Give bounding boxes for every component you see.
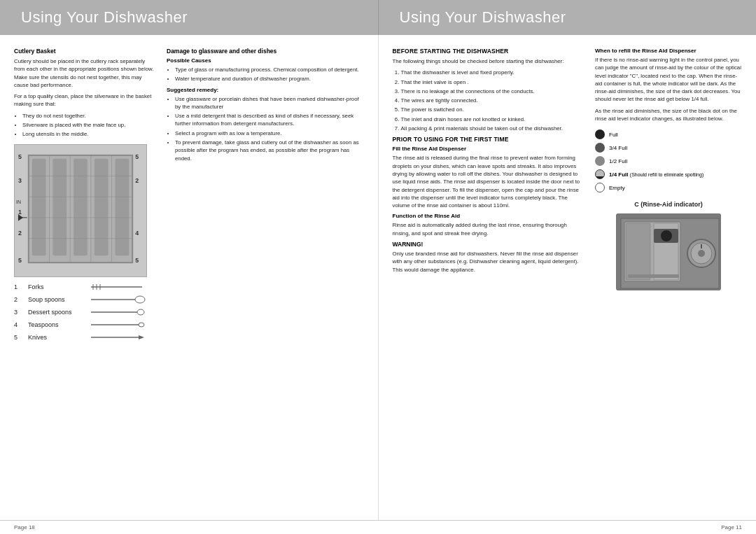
check-item: All packing & print materials should be … xyxy=(401,125,583,132)
svg-rect-11 xyxy=(52,158,66,255)
indicator-diagram-title: C (Rinse-Aid indicator) xyxy=(595,201,742,208)
possible-causes-title: Possible Causes xyxy=(167,57,364,64)
list-item: 4 Teaspoons xyxy=(14,321,154,329)
left-page: Cutlery Basket Cutlery should be placed … xyxy=(0,35,379,520)
bullet-item: Use a mild detergent that is described a… xyxy=(175,112,364,128)
svg-text:5: 5 xyxy=(18,257,22,264)
bullet-item: Select a program with as low a temperatu… xyxy=(175,129,364,137)
check-item: There is no leakage at the connections o… xyxy=(401,87,583,95)
cutlery-bullets: They do not nest together. Silverware is… xyxy=(22,112,154,139)
remedy-title: Suggested remedy: xyxy=(167,87,364,93)
damage-title: Damage to glassware and other dishes xyxy=(167,48,364,55)
fork-icon xyxy=(90,283,154,291)
bullet-item: Type of glass or manufacturing process. … xyxy=(175,66,364,73)
soup-spoon-icon xyxy=(90,295,154,304)
svg-text:3: 3 xyxy=(18,177,22,184)
list-item: 1 Forks xyxy=(14,283,154,291)
right-column-1: BEFORE STARTING THE DISHWASHER The follo… xyxy=(393,48,583,290)
teaspoon-icon xyxy=(90,321,154,329)
rinse-level-full: Full xyxy=(595,129,742,139)
svg-point-34 xyxy=(137,309,144,315)
page-footer: Page 18 Page 11 xyxy=(0,520,756,534)
right-page-number: Page 11 xyxy=(378,521,756,534)
rinse-level-three-quarter: 3/4 Full xyxy=(595,143,742,153)
cutlery-basket-title: Cutlery Basket xyxy=(14,48,154,55)
right-page-title: Using Your Dishwasher xyxy=(379,0,757,35)
rinse-level-half: 1/2 Full xyxy=(595,156,742,166)
half-label: 1/2 Full xyxy=(609,158,627,164)
empty-indicator xyxy=(595,183,605,192)
rinse-level-empty: Empty xyxy=(595,183,742,192)
three-quarter-indicator xyxy=(595,143,605,153)
left-column-1: Cutlery Basket Cutlery should be placed … xyxy=(14,48,154,346)
svg-point-48 xyxy=(698,250,705,257)
check-item: That the inlet valve is open . xyxy=(401,78,583,86)
cutlery-list: 1 Forks 2 Soup spoons 3 xyxy=(14,283,154,342)
refill-para2: As the rinse aid diminishes, the size of… xyxy=(595,107,742,123)
list-item: 2 Soup spoons xyxy=(14,295,154,304)
left-column-2: Damage to glassware and other dishes Pos… xyxy=(167,48,364,346)
warning-title: WARNING! xyxy=(393,241,583,248)
rinse-level-quarter: 1/4 Full (Should refill to eliminate spo… xyxy=(595,169,742,179)
warning-para: Only use branded rinse aid for dishwashe… xyxy=(393,250,583,274)
bullet-item: Use glassware or porcelain dishes that h… xyxy=(175,95,364,111)
svg-rect-10 xyxy=(32,158,46,255)
knife-icon xyxy=(90,333,154,342)
indicator-svg xyxy=(617,215,721,290)
list-item: 3 Dessert spoons xyxy=(14,308,154,316)
function-para: Rinse aid is automatically added during … xyxy=(393,221,583,237)
before-start-intro: The following things should be checked b… xyxy=(393,57,583,65)
svg-point-45 xyxy=(661,230,672,241)
dessert-spoon-icon xyxy=(90,308,154,316)
bullet-item: To prevent damage, take glass and cutler… xyxy=(175,139,364,162)
bullet-item: They do not nest together. xyxy=(22,112,154,120)
bullet-item: Water temperature and duration of dishwa… xyxy=(175,75,364,83)
quarter-label: 1/4 Full (Should refill to eliminate spo… xyxy=(609,171,704,178)
svg-point-32 xyxy=(135,296,145,303)
svg-text:2: 2 xyxy=(135,177,139,184)
causes-list: Type of glass or manufacturing process. … xyxy=(175,66,364,83)
svg-text:5: 5 xyxy=(135,257,139,264)
before-start-title: BEFORE STARTING THE DISHWASHER xyxy=(393,48,583,55)
bullet-item: Long utensils in the middle. xyxy=(22,130,154,138)
svg-text:2: 2 xyxy=(18,229,22,236)
check-item: The power is switched on. xyxy=(401,106,583,113)
svg-rect-14 xyxy=(115,158,129,255)
left-page-number: Page 18 xyxy=(0,521,378,534)
header: Using Your Dishwasher Using Your Dishwas… xyxy=(0,0,756,35)
full-label: Full xyxy=(609,132,618,138)
quarter-indicator xyxy=(595,169,605,179)
svg-text:5: 5 xyxy=(18,153,22,160)
empty-label: Empty xyxy=(609,185,625,191)
svg-text:1: 1 xyxy=(18,209,22,216)
bullet-item: Silverware is placed with the male face … xyxy=(22,121,154,129)
half-indicator xyxy=(595,156,605,166)
svg-rect-13 xyxy=(94,158,108,255)
fill-rinse-para: The rinse aid is released during the fin… xyxy=(393,154,583,209)
cutlery-para1: Cutlery should be placed in the cutlery … xyxy=(14,57,154,89)
full-indicator xyxy=(595,129,605,139)
check-item: The wires are tightly connected. xyxy=(401,97,583,104)
checks-list: That the dishwasher is level and fixed p… xyxy=(401,69,583,132)
remedy-list: Use glassware or porcelain dishes that h… xyxy=(175,95,364,162)
svg-text:4: 4 xyxy=(135,229,139,236)
diagram-svg: 5 5 3 2 IN 1 2 4 5 5 xyxy=(15,144,146,277)
svg-point-36 xyxy=(139,323,144,327)
prior-title: PRIOR TO USING FOR THE FIRST TIME xyxy=(393,136,583,143)
svg-text:5: 5 xyxy=(135,153,139,160)
rinse-levels: Full 3/4 Full 1/2 Full 1/4 Full xyxy=(595,129,742,192)
right-page: BEFORE STARTING THE DISHWASHER The follo… xyxy=(379,35,757,520)
check-item: The inlet and drain hoses are not knotte… xyxy=(401,115,583,123)
right-column-2: When to refill the Rinse Aid Dispenser I… xyxy=(595,48,742,290)
main-content: Cutlery Basket Cutlery should be placed … xyxy=(0,35,756,520)
svg-rect-42 xyxy=(626,223,650,280)
three-quarter-label: 3/4 Full xyxy=(609,145,627,151)
svg-rect-50 xyxy=(628,274,679,278)
check-item: That the dishwasher is level and fixed p… xyxy=(401,69,583,76)
svg-text:IN: IN xyxy=(16,199,21,204)
list-item: 5 Knives xyxy=(14,333,154,342)
fill-rinse-title: Fill the Rinse Aid Dispenser xyxy=(393,146,583,152)
cutlery-para2: For a top quality clean, place the silve… xyxy=(14,92,154,108)
svg-rect-12 xyxy=(74,158,88,255)
left-page-title: Using Your Dishwasher xyxy=(0,0,378,35)
